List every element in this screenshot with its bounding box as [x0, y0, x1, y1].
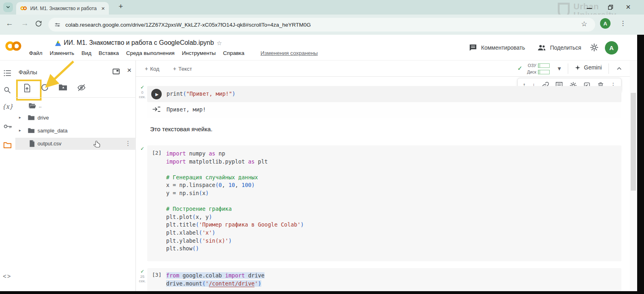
browser-menu-icon[interactable]: ⋮ — [620, 19, 626, 27]
variables-icon[interactable]: {x} — [2, 103, 13, 110]
menu-runtime[interactable]: Среда выполнения — [126, 50, 175, 56]
file-more-menu-icon[interactable]: ⋮ — [125, 140, 131, 147]
forward-button[interactable]: → — [21, 19, 29, 28]
run-cell-button[interactable]: ▶ — [151, 89, 162, 99]
browser-tab[interactable]: ИИ. М1. Знакомство и работа × — [16, 2, 109, 15]
menu-edit[interactable]: Изменить — [50, 50, 74, 56]
reload-button[interactable] — [35, 20, 42, 27]
mount-drive-icon[interactable] — [58, 83, 68, 91]
code-token: ) — [300, 221, 304, 228]
code-token: x — [202, 190, 205, 196]
save-status[interactable]: Изменения сохранены — [261, 50, 318, 56]
text-cell[interactable]: Это текстовая ячейка. — [150, 126, 213, 132]
code-token: ( — [215, 182, 219, 188]
tab-search-button[interactable] — [3, 2, 13, 12]
tree-item-output-csv[interactable]: output.csv ⋮ — [15, 138, 136, 150]
code-token: # Генерация случайных данных — [166, 174, 258, 181]
cell-1-output: Привет, мир! — [147, 102, 621, 118]
collapse-header-icon[interactable] — [616, 65, 623, 72]
comment-button[interactable]: Комментировать — [469, 44, 525, 51]
menu-tools[interactable]: Инструменты — [182, 50, 216, 56]
sidebar-rail: {x} <> — [0, 61, 15, 291]
code-token: 'Пример графика в Google Colab' — [199, 221, 300, 228]
code-cell-1[interactable]: ▶ print("Привет, мир!") — [147, 86, 621, 102]
code-token: ) — [212, 229, 215, 236]
divider — [568, 63, 568, 74]
code-token: ) — [196, 245, 199, 252]
code-token: ' — [254, 280, 258, 287]
colab-logo[interactable] — [5, 40, 22, 52]
search-icon[interactable] — [3, 86, 11, 94]
menu-help[interactable]: Справка — [223, 50, 244, 56]
code-token: ) — [232, 90, 236, 97]
code-editor[interactable]: print("Привет, мир!") — [167, 90, 236, 98]
cell-exec-time-unit: сек. — [138, 94, 147, 99]
execution-count: [3] — [152, 272, 161, 278]
new-tab-button[interactable]: + — [119, 2, 123, 11]
scrollbar-track[interactable] — [630, 61, 637, 291]
tree-item-drive[interactable]: ▸ drive — [15, 112, 136, 124]
menu-insert[interactable]: Вставка — [99, 50, 119, 56]
share-button[interactable]: Поделиться — [537, 44, 581, 51]
caret-right-icon[interactable]: ▸ — [19, 128, 21, 132]
code-token: as — [248, 158, 254, 165]
caret-right-icon[interactable]: ▸ — [19, 115, 21, 120]
code-token: drive.mount — [166, 280, 202, 287]
share-label: Поделиться — [550, 44, 581, 51]
menu-view[interactable]: Вид — [81, 50, 91, 56]
scrollbar-thumb[interactable] — [631, 93, 636, 191]
tree-item-parent[interactable]: .. — [15, 100, 136, 112]
notebook-star-icon[interactable]: ☆ — [217, 40, 222, 47]
bookmark-star-icon[interactable]: ☆ — [581, 20, 587, 28]
code-editor[interactable]: from google.colab import drivedrive.moun… — [166, 272, 265, 288]
gemini-button[interactable]: Gemini — [575, 64, 602, 71]
code-token: plt.show — [166, 245, 192, 252]
notebook-title[interactable]: ИИ. М1. Знакомство и работа с GoogleCola… — [64, 39, 214, 46]
open-folder-icon — [28, 102, 36, 109]
code-token: , — [235, 182, 242, 188]
close-panel-icon[interactable]: × — [127, 66, 131, 75]
code-cell-2[interactable]: [2] import numpy as npimport matplotlib.… — [147, 145, 621, 261]
menu-bar: Файл Изменить Вид Вставка Среда выполнен… — [29, 50, 318, 56]
browser-toolbar: ← → colab.research.google.com/drive/1ZZ6… — [0, 15, 644, 35]
window-minimize-button[interactable] — [587, 8, 592, 9]
cell-exec-time: 25 — [138, 274, 147, 279]
resource-indicator[interactable]: ОЗУ Диск — [527, 62, 550, 75]
tab-close-icon[interactable]: × — [101, 5, 105, 11]
code-token: , — [222, 182, 228, 188]
resource-dropdown-icon[interactable]: ▾ — [558, 65, 561, 72]
code-token: ( — [202, 280, 205, 287]
code-token: np — [215, 150, 225, 157]
settings-gear-icon[interactable] — [590, 43, 598, 52]
plus-icon: + — [145, 65, 148, 72]
code-snippets-icon[interactable]: <> — [3, 273, 12, 279]
table-of-contents-icon[interactable] — [3, 69, 12, 77]
menu-file[interactable]: Файл — [29, 50, 42, 56]
popout-panel-icon[interactable] — [112, 68, 120, 75]
code-token: plt.xlabel — [166, 229, 199, 236]
window-restore-button[interactable] — [607, 4, 614, 10]
account-avatar[interactable]: A — [605, 41, 618, 55]
browser-tab-strip: ИИ. М1. Знакомство и работа × + Urban Un… — [0, 0, 644, 15]
code-token: 0 — [219, 182, 222, 188]
secrets-key-icon[interactable] — [3, 123, 12, 130]
tree-item-sample-data[interactable]: ▸ sample_data — [15, 125, 136, 137]
add-code-button[interactable]: +Код — [145, 65, 159, 72]
add-text-button[interactable]: +Текст — [173, 65, 192, 72]
code-token: drive — [245, 272, 265, 279]
code-cell-3[interactable]: [3] from google.colab import drivedrive.… — [147, 268, 621, 291]
back-button[interactable]: ← — [6, 19, 13, 28]
window-close-button[interactable]: × — [626, 2, 631, 12]
hidden-files-eye-off-icon[interactable] — [77, 83, 86, 92]
files-folder-icon-active[interactable] — [3, 141, 12, 149]
code-token: 100 — [242, 182, 251, 188]
refresh-icon[interactable] — [40, 83, 49, 92]
url-bar[interactable]: colab.research.google.com/drive/1ZZ67X2p… — [48, 18, 595, 32]
code-editor[interactable]: import numpy as npimport matplotlib.pypl… — [166, 150, 304, 253]
ram-bar — [538, 63, 550, 68]
browser-avatar[interactable]: A — [600, 18, 611, 29]
site-settings-icon[interactable] — [54, 21, 61, 28]
files-panel: Файлы × .. — [15, 61, 136, 291]
code-token: plt — [254, 158, 268, 165]
screen: ИИ. М1. Знакомство и работа × + Urban Un… — [0, 0, 644, 294]
